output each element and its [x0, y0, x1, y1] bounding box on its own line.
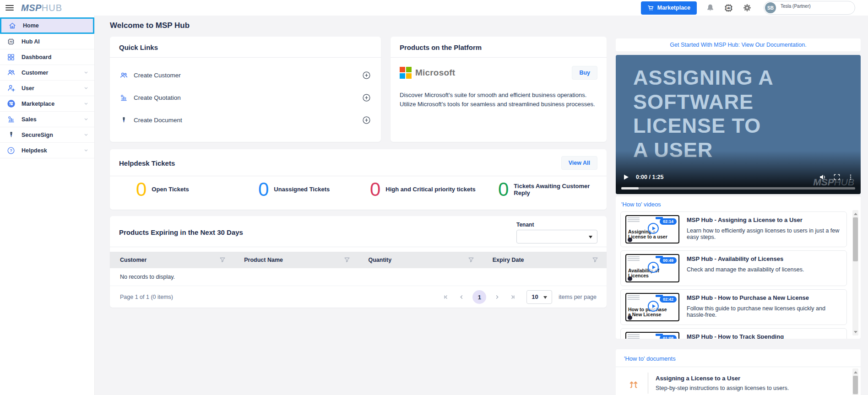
video-list-item[interactable]: 02:14 Assigning a License to a user MSP … [620, 211, 847, 247]
add-icon[interactable] [362, 71, 371, 80]
document-list-item[interactable]: Assigning a License to a User Step-by-st… [624, 373, 847, 394]
video-time: 0:00 / 1:25 [636, 174, 663, 180]
header-actions: Marketplace AI [641, 1, 855, 15]
current-page-button[interactable]: 1 [472, 290, 486, 304]
filter-icon[interactable] [468, 257, 474, 263]
stat-open-tickets: 0 Open Tickets [136, 181, 189, 198]
documents-scrollbar[interactable] [852, 368, 858, 395]
caret-down-icon [589, 236, 592, 238]
buy-button[interactable]: Buy [572, 66, 597, 80]
settings-button[interactable] [743, 3, 752, 12]
help-circle-icon: ? [6, 146, 16, 155]
sidebar-item-helpdesk[interactable]: ? Helpdesk [0, 143, 94, 158]
stat-value: 0 [498, 181, 509, 198]
last-page-button[interactable] [506, 292, 519, 302]
previous-page-button[interactable] [455, 292, 468, 302]
top-header: MSP HUB Marketplace AI [0, 0, 868, 16]
filter-icon[interactable] [219, 257, 226, 263]
play-icon [648, 262, 659, 273]
msp-hub-app: MSP HUB Marketplace AI [0, 0, 868, 395]
play-icon [648, 301, 659, 312]
hamburger-menu-icon[interactable] [5, 5, 14, 11]
avatar: SB [765, 2, 776, 13]
quick-link-label: Create Document [134, 117, 182, 124]
chevron-down-icon [83, 131, 89, 139]
sidebar-item-label: Customer [22, 70, 48, 76]
chevron-down-icon [83, 146, 89, 155]
sidebar-item-hub-ai[interactable]: AI Hub AI [0, 34, 94, 49]
video-thumbnail: 02:14 Assigning a License to a user [625, 215, 679, 243]
ai-chip-icon: AI [6, 37, 16, 46]
right-panel: Get Started With MSP Hub: View Our Docum… [616, 16, 868, 395]
app-logo[interactable]: MSP HUB [21, 3, 62, 13]
quick-link-create-customer[interactable]: Create Customer [119, 64, 371, 87]
products-expiring-title: Products Expiring in the Next 30 Days [119, 228, 243, 236]
sidebar-item-label: Dashboard [22, 54, 51, 60]
video-player[interactable]: ASSIGNING A SOFTWARE LICENSE TO A USER 0… [616, 55, 861, 194]
page-summary: Page 1 of 1 (0 items) [120, 294, 173, 300]
sidebar-item-sales[interactable]: Sales [0, 112, 94, 127]
helpdesk-tickets-title: Helpdesk Tickets [119, 159, 175, 167]
videos-scrollbar[interactable] [852, 210, 858, 335]
bell-icon [706, 4, 715, 12]
marketplace-button[interactable]: Marketplace [641, 1, 697, 15]
quick-link-label: Create Quotation [134, 94, 181, 101]
logo-msp-text: MSP [21, 3, 42, 13]
video-thumbnail: 02:42 How to purchase a New License [625, 293, 679, 321]
sidebar-item-dashboard[interactable]: Dashboard [0, 49, 94, 65]
customers-icon [6, 68, 16, 77]
first-page-button[interactable] [439, 292, 452, 302]
sidebar-item-label: Hub AI [22, 38, 40, 45]
view-all-button[interactable]: View All [561, 156, 597, 170]
quick-link-create-quotation[interactable]: Create Quotation [119, 87, 371, 109]
next-page-button[interactable] [491, 292, 504, 302]
empty-table-message: No records to display. [110, 268, 607, 286]
filter-icon[interactable] [344, 257, 350, 263]
column-product-name: Product Name [234, 257, 358, 263]
sidebar-item-label: Helpdesk [22, 147, 47, 154]
add-icon[interactable] [362, 116, 371, 124]
items-per-page-label: items per page [559, 294, 597, 300]
sidebar-item-customer[interactable]: Customer [0, 65, 94, 81]
video-thumbnail: 01:08 [625, 332, 679, 339]
quick-link-create-document[interactable]: Create Document [119, 109, 371, 131]
video-progress-bar[interactable] [621, 187, 855, 189]
scrollbar-thumb[interactable] [853, 217, 858, 261]
scroll-up-icon[interactable] [852, 369, 858, 375]
main-content: Welcome to MSP Hub Quick Links Create Cu… [95, 16, 616, 395]
duration-badge: 02:42 [660, 296, 677, 303]
stat-label: High and Critical priority tickets [385, 186, 476, 193]
scroll-down-icon[interactable] [852, 329, 858, 335]
video-item-description: Check and manage the availability of lic… [687, 266, 804, 273]
video-list-item[interactable]: 00:49 Availability of Licences MSP Hub -… [620, 250, 847, 286]
sidebar-item-label: User [22, 85, 34, 92]
video-list-item[interactable]: 02:42 How to purchase a New License MSP … [620, 289, 847, 325]
sidebar-item-user[interactable]: User [0, 81, 94, 96]
microsoft-logo: Microsoft [400, 67, 455, 79]
add-icon[interactable] [362, 93, 371, 102]
table-header: Customer Product Name Quantity Expiry Da… [110, 252, 607, 268]
sidebar-item-marketplace[interactable]: Marketplace [0, 96, 94, 112]
stat-value: 0 [370, 181, 380, 198]
notifications-button[interactable] [706, 4, 715, 12]
svg-text:AI: AI [10, 40, 12, 43]
chevron-down-icon [83, 115, 89, 124]
video-list-item[interactable]: 01:08 MSP Hub - How to Track Spending [620, 328, 847, 339]
play-button[interactable] [623, 174, 629, 180]
sidebar-item-securesign[interactable]: SecureSign [0, 127, 94, 143]
helpdesk-tickets-card: Helpdesk Tickets View All 0 Open Tickets… [110, 149, 607, 210]
svg-text:AI: AI [727, 6, 730, 9]
sidebar-item-home[interactable]: Home [0, 17, 94, 34]
tenant-select[interactable] [516, 230, 597, 243]
chevron-down-icon [83, 100, 89, 108]
hub-ai-button[interactable]: AI [724, 3, 733, 13]
products-expiring-card: Products Expiring in the Next 30 Days Te… [110, 216, 607, 308]
page-size-select[interactable]: 10 [526, 290, 552, 304]
sidebar-item-label: SecureSign [22, 132, 53, 138]
scrollbar-thumb[interactable] [853, 376, 858, 394]
user-profile-menu[interactable]: SB Tesla (Partner) [764, 1, 855, 15]
scroll-up-icon[interactable] [852, 211, 858, 216]
filter-icon[interactable] [592, 257, 598, 263]
documentation-link[interactable]: Get Started With MSP Hub: View Our Docum… [670, 42, 806, 48]
document-item-title: Assigning a License to a User [656, 375, 789, 382]
